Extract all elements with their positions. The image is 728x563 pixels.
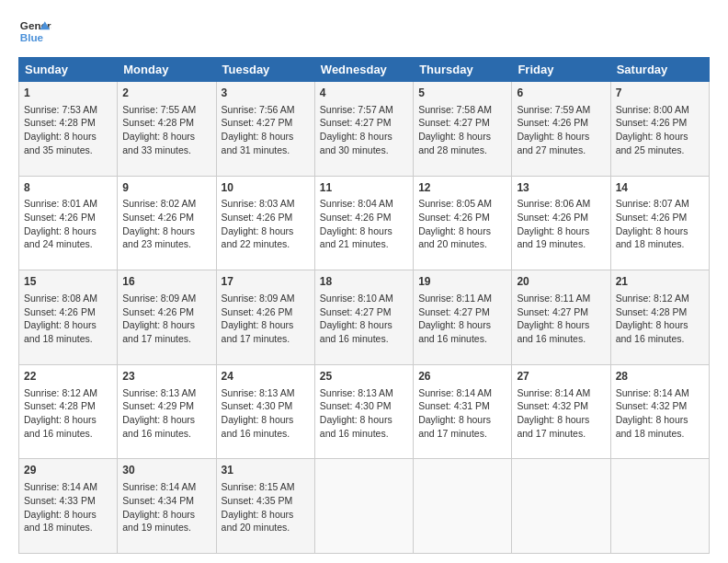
daylight-text: Daylight: 8 hours and 18 minutes. <box>616 225 688 250</box>
daylight-text: Daylight: 8 hours and 35 minutes. <box>24 131 97 155</box>
day-number: 11 <box>320 180 408 196</box>
day-number: 10 <box>222 180 310 196</box>
calendar-cell: 5Sunrise: 7:58 AMSunset: 4:27 PMDaylight… <box>414 82 512 177</box>
calendar-cell: 26Sunrise: 8:14 AMSunset: 4:31 PMDayligh… <box>414 364 512 459</box>
sunset-text: Sunset: 4:28 PM <box>122 117 194 128</box>
daylight-text: Daylight: 8 hours and 16 minutes. <box>320 319 392 344</box>
calendar-cell: 24Sunrise: 8:13 AMSunset: 4:30 PMDayligh… <box>216 364 314 459</box>
sunset-text: Sunset: 4:26 PM <box>418 212 490 223</box>
calendar-week-5: 29Sunrise: 8:14 AMSunset: 4:33 PMDayligh… <box>19 459 710 554</box>
daylight-text: Daylight: 8 hours and 18 minutes. <box>616 414 688 439</box>
calendar-cell: 29Sunrise: 8:14 AMSunset: 4:33 PMDayligh… <box>19 459 118 554</box>
sunrise-text: Sunrise: 8:14 AM <box>24 481 97 492</box>
calendar-header-row: SundayMondayTuesdayWednesdayThursdayFrid… <box>19 58 710 82</box>
day-number: 9 <box>122 180 210 196</box>
sunrise-text: Sunrise: 8:06 AM <box>517 198 590 209</box>
sunrise-text: Sunrise: 8:14 AM <box>122 481 196 492</box>
sunset-text: Sunset: 4:27 PM <box>418 306 490 317</box>
daylight-text: Daylight: 8 hours and 22 minutes. <box>222 225 294 250</box>
daylight-text: Daylight: 8 hours and 16 minutes. <box>122 414 195 439</box>
calendar-cell: 14Sunrise: 8:07 AMSunset: 4:26 PMDayligh… <box>610 176 709 270</box>
day-number: 18 <box>320 274 408 290</box>
sunrise-text: Sunrise: 7:58 AM <box>418 104 492 115</box>
daylight-text: Daylight: 8 hours and 23 minutes. <box>122 225 195 250</box>
sunrise-text: Sunrise: 8:11 AM <box>418 293 492 304</box>
sunset-text: Sunset: 4:26 PM <box>517 117 588 128</box>
sunrise-text: Sunrise: 7:55 AM <box>122 104 196 115</box>
day-number: 20 <box>517 274 605 290</box>
sunset-text: Sunset: 4:27 PM <box>418 117 490 128</box>
calendar-cell: 20Sunrise: 8:11 AMSunset: 4:27 PMDayligh… <box>512 270 610 365</box>
calendar-cell: 16Sunrise: 8:09 AMSunset: 4:26 PMDayligh… <box>118 270 216 365</box>
sunset-text: Sunset: 4:26 PM <box>616 117 688 128</box>
day-number: 14 <box>616 180 704 196</box>
daylight-text: Daylight: 8 hours and 16 minutes. <box>24 414 97 439</box>
calendar-cell: 11Sunrise: 8:04 AMSunset: 4:26 PMDayligh… <box>314 176 413 270</box>
day-number: 22 <box>24 369 112 385</box>
sunset-text: Sunset: 4:26 PM <box>517 212 588 223</box>
sunset-text: Sunset: 4:28 PM <box>616 306 688 317</box>
sunrise-text: Sunrise: 8:14 AM <box>616 387 689 398</box>
day-number: 30 <box>122 463 210 478</box>
daylight-text: Daylight: 8 hours and 16 minutes. <box>320 414 392 439</box>
sunrise-text: Sunrise: 8:15 AM <box>222 481 295 492</box>
calendar-cell: 2Sunrise: 7:55 AMSunset: 4:28 PMDaylight… <box>118 82 216 177</box>
sunrise-text: Sunrise: 8:07 AM <box>616 198 689 209</box>
calendar-cell: 4Sunrise: 7:57 AMSunset: 4:27 PMDaylight… <box>314 82 413 177</box>
svg-text:Blue: Blue <box>20 31 44 43</box>
sunset-text: Sunset: 4:27 PM <box>517 306 588 317</box>
day-number: 4 <box>320 86 408 101</box>
calendar-cell: 6Sunrise: 7:59 AMSunset: 4:26 PMDaylight… <box>512 82 610 177</box>
calendar-week-3: 15Sunrise: 8:08 AMSunset: 4:26 PMDayligh… <box>19 270 710 365</box>
sunset-text: Sunset: 4:26 PM <box>222 306 293 317</box>
calendar-cell <box>512 459 610 554</box>
sunrise-text: Sunrise: 8:08 AM <box>24 293 97 304</box>
sunset-text: Sunset: 4:26 PM <box>24 306 96 317</box>
calendar-week-1: 1Sunrise: 7:53 AMSunset: 4:28 PMDaylight… <box>19 82 710 177</box>
day-number: 12 <box>418 180 506 196</box>
calendar-cell: 30Sunrise: 8:14 AMSunset: 4:34 PMDayligh… <box>118 459 216 554</box>
calendar-cell: 3Sunrise: 7:56 AMSunset: 4:27 PMDaylight… <box>216 82 314 177</box>
sunset-text: Sunset: 4:27 PM <box>320 306 392 317</box>
sunset-text: Sunset: 4:27 PM <box>222 117 293 128</box>
sunrise-text: Sunrise: 8:13 AM <box>122 387 196 398</box>
day-number: 5 <box>418 86 506 101</box>
sunrise-text: Sunrise: 8:12 AM <box>616 293 689 304</box>
daylight-text: Daylight: 8 hours and 17 minutes. <box>122 319 195 344</box>
sunset-text: Sunset: 4:30 PM <box>222 400 293 411</box>
sunrise-text: Sunrise: 8:14 AM <box>418 387 492 398</box>
daylight-text: Daylight: 8 hours and 19 minutes. <box>122 509 195 534</box>
sunrise-text: Sunrise: 7:56 AM <box>222 104 295 115</box>
logo: General Blue <box>18 15 51 48</box>
calendar-cell: 27Sunrise: 8:14 AMSunset: 4:32 PMDayligh… <box>512 364 610 459</box>
sunrise-text: Sunrise: 8:03 AM <box>222 198 295 209</box>
daylight-text: Daylight: 8 hours and 27 minutes. <box>517 131 589 155</box>
sunrise-text: Sunrise: 7:53 AM <box>24 104 97 115</box>
sunset-text: Sunset: 4:26 PM <box>122 306 194 317</box>
daylight-text: Daylight: 8 hours and 19 minutes. <box>517 225 589 250</box>
calendar-week-2: 8Sunrise: 8:01 AMSunset: 4:26 PMDaylight… <box>19 176 710 270</box>
calendar-cell: 17Sunrise: 8:09 AMSunset: 4:26 PMDayligh… <box>216 270 314 365</box>
calendar-cell: 31Sunrise: 8:15 AMSunset: 4:35 PMDayligh… <box>216 459 314 554</box>
daylight-text: Daylight: 8 hours and 17 minutes. <box>222 319 294 344</box>
day-number: 24 <box>222 369 310 385</box>
page: General Blue SundayMondayTuesdayWednesda… <box>0 0 728 563</box>
day-number: 28 <box>616 369 704 385</box>
sunrise-text: Sunrise: 8:11 AM <box>517 293 590 304</box>
day-number: 19 <box>418 274 506 290</box>
daylight-text: Daylight: 8 hours and 17 minutes. <box>517 414 589 439</box>
day-number: 2 <box>122 86 210 101</box>
calendar-cell: 21Sunrise: 8:12 AMSunset: 4:28 PMDayligh… <box>610 270 709 365</box>
day-number: 7 <box>616 86 704 101</box>
sunrise-text: Sunrise: 8:13 AM <box>222 387 295 398</box>
daylight-text: Daylight: 8 hours and 25 minutes. <box>616 131 688 155</box>
sunset-text: Sunset: 4:31 PM <box>418 400 490 411</box>
calendar-cell: 15Sunrise: 8:08 AMSunset: 4:26 PMDayligh… <box>19 270 118 365</box>
day-header-monday: Monday <box>118 58 216 82</box>
sunrise-text: Sunrise: 8:02 AM <box>122 198 196 209</box>
day-header-thursday: Thursday <box>414 58 512 82</box>
sunset-text: Sunset: 4:35 PM <box>222 495 293 506</box>
calendar-cell: 1Sunrise: 7:53 AMSunset: 4:28 PMDaylight… <box>19 82 118 177</box>
day-number: 3 <box>222 86 310 101</box>
calendar-cell <box>610 459 709 554</box>
